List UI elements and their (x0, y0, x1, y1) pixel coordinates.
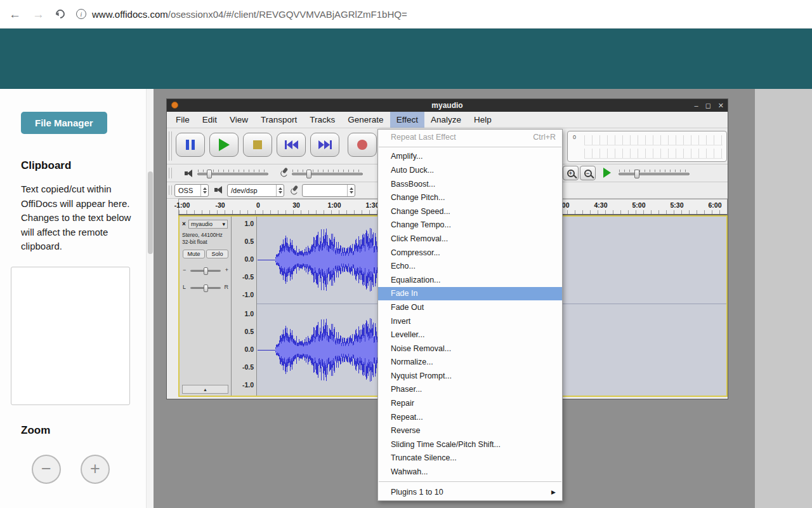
skip-to-start-button[interactable] (277, 133, 306, 157)
menu-item[interactable]: Change Tempo... (378, 218, 562, 232)
sidebar-scrollbar[interactable] (146, 89, 154, 508)
zoom-controls: − + (32, 455, 154, 484)
window-title-bar[interactable]: myaudio – ◻ ✕ (167, 99, 728, 112)
pause-button[interactable] (176, 133, 205, 157)
stop-button[interactable] (243, 133, 272, 157)
playback-device-select[interactable]: /dev/dsp (227, 184, 284, 197)
menubar-item[interactable]: Generate (341, 112, 390, 128)
back-button[interactable]: ← (9, 8, 21, 20)
menu-item[interactable]: Leveller... (378, 328, 562, 342)
toolbar-grabber[interactable] (169, 185, 172, 195)
record-button[interactable] (348, 133, 377, 157)
skip-to-end-icon (318, 140, 332, 149)
window-controls: – ◻ ✕ (695, 99, 724, 112)
menu-item[interactable]: Fade In (378, 287, 562, 301)
play-button[interactable] (209, 133, 239, 157)
menu-item[interactable]: Repair (378, 396, 562, 410)
gain-slider[interactable]: − + (183, 266, 228, 276)
maximize-button[interactable]: ◻ (705, 102, 711, 110)
record-icon (357, 140, 367, 150)
minimize-button[interactable]: – (695, 102, 698, 109)
menu-item[interactable]: Invert (378, 314, 562, 328)
menu-item[interactable]: Change Pitch... (378, 190, 562, 204)
menu-item[interactable]: Reverse (378, 424, 562, 438)
zoom-in-tool-button[interactable]: + (563, 166, 579, 180)
gain-thumb[interactable] (204, 267, 208, 275)
zoom-in-button[interactable]: + (81, 455, 110, 484)
channel2-scale: 1.00.50.0-0.5-1.0 (232, 311, 254, 388)
level-meter: 0 (567, 131, 727, 162)
file-manager-button[interactable]: File Manager (21, 112, 107, 134)
url-bar[interactable]: i www.offidocs.com/osessionx04/#/client/… (76, 9, 407, 20)
audio-host-select[interactable]: OSS (174, 184, 209, 197)
toolbar-grabber[interactable] (169, 168, 172, 178)
menubar-item[interactable]: Tracks (303, 112, 341, 128)
effect-menu: Repeat Last Effect Ctrl+R Amplify...Auto… (377, 129, 563, 501)
track-close-button[interactable]: × (182, 220, 186, 227)
menu-item[interactable]: Sliding Time Scale/Pitch Shift... (378, 438, 562, 451)
menu-item[interactable]: Normalize... (378, 356, 562, 370)
menu-item[interactable]: Truncate Silence... (378, 451, 562, 465)
menu-item[interactable]: Compressor... (378, 246, 562, 260)
menu-item[interactable]: Nyquist Prompt... (378, 369, 562, 383)
menu-item-repeat-last-effect[interactable]: Repeat Last Effect Ctrl+R (378, 130, 562, 144)
scrollbar-thumb[interactable] (148, 171, 153, 254)
clipboard-textarea[interactable] (11, 267, 130, 405)
output-volume-thumb[interactable] (207, 170, 212, 178)
track-control-panel: × myaudio ▾ Stereo, 44100Hz 32-bit float… (180, 217, 232, 396)
play-at-speed-button[interactable] (603, 168, 611, 178)
menu-item[interactable]: Fade Out (378, 300, 562, 314)
track-collapse-button[interactable]: ▲ (182, 385, 228, 394)
gain-minus-label: − (183, 267, 186, 273)
scale-label: -0.5 (232, 364, 254, 371)
mute-button[interactable]: Mute (183, 250, 205, 258)
page-info-icon[interactable]: i (76, 9, 86, 19)
menubar-item[interactable]: Analyze (424, 112, 468, 128)
forward-button[interactable]: → (32, 8, 44, 20)
playback-speed-thumb[interactable] (634, 170, 639, 178)
menubar-item[interactable]: Transport (254, 112, 303, 128)
menu-item[interactable]: Equalization... (378, 273, 562, 287)
reload-icon[interactable] (54, 8, 67, 20)
pause-icon (186, 140, 195, 150)
menubar-item[interactable]: Edit (196, 112, 223, 128)
close-button[interactable]: ✕ (718, 102, 724, 110)
scale-label: -1.0 (232, 291, 254, 298)
skip-to-end-button[interactable] (310, 133, 339, 157)
timeline-tick-label: -1:00 (174, 201, 190, 209)
solo-button[interactable]: Solo (206, 250, 228, 258)
menu-item[interactable]: BassBoost... (378, 177, 562, 191)
menu-item[interactable]: Change Speed... (378, 204, 562, 218)
menu-item[interactable]: Noise Removal... (378, 342, 562, 356)
menubar-item[interactable]: File (169, 112, 196, 128)
meter-scale-label: 0 (573, 134, 576, 140)
menu-item-plugins[interactable]: Plugins 1 to 10 ▶ (378, 485, 562, 500)
zoom-out-button[interactable]: − (32, 455, 61, 484)
menu-item[interactable]: Amplify... (378, 150, 562, 164)
track-name-menu[interactable]: myaudio ▾ (188, 220, 228, 229)
output-volume-slider[interactable] (197, 173, 268, 175)
menubar-item[interactable]: View (223, 112, 254, 128)
zoom-out-tool-button[interactable]: − (580, 166, 596, 180)
menubar-item[interactable]: Effect (390, 112, 424, 128)
pan-thumb[interactable] (204, 284, 208, 292)
input-volume-slider[interactable] (292, 173, 363, 175)
menu-item-label: Plugins 1 to 10 (391, 488, 443, 497)
playback-device-value: /dev/dsp (228, 185, 276, 196)
playback-speed-slider[interactable] (619, 173, 690, 175)
input-volume-thumb[interactable] (306, 170, 311, 178)
effect-menu-items: Amplify...Auto Duck...BassBoost...Change… (378, 150, 562, 479)
pan-slider[interactable]: L R (183, 283, 228, 293)
menu-item[interactable]: Wahwah... (378, 465, 562, 479)
url-host: www.offidocs.com (92, 9, 168, 20)
desktop-right-gap (755, 89, 812, 508)
menu-item[interactable]: Click Removal... (378, 232, 562, 246)
scale-label: 0.0 (232, 346, 254, 353)
menu-item[interactable]: Phaser... (378, 383, 562, 397)
recording-device-select[interactable] (302, 184, 355, 197)
menubar-item[interactable]: Help (468, 112, 498, 128)
menu-item[interactable]: Auto Duck... (378, 163, 562, 177)
menu-item[interactable]: Echo... (378, 259, 562, 273)
toolbar-grabber[interactable] (169, 131, 172, 161)
menu-item[interactable]: Repeat... (378, 410, 562, 424)
